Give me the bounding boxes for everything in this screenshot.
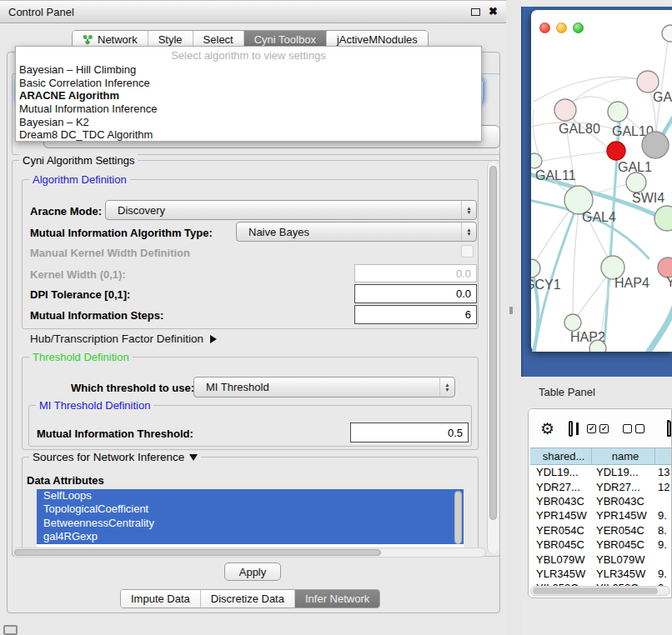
network-edge[interactable]	[533, 110, 540, 158]
table-cell: YBR043C	[592, 494, 655, 508]
sources-title: Sources for Network Inference	[33, 451, 184, 463]
network-node-node-top[interactable]	[662, 25, 672, 42]
network-node-hap2[interactable]	[564, 314, 581, 331]
mi-algorithm-type-combo[interactable]: Naive Bayes ▲▼	[236, 222, 477, 242]
algorithm-option-bayesian-k2[interactable]: Bayesian – K2	[16, 116, 481, 129]
network-node-gal1[interactable]	[626, 172, 646, 192]
network-graph-canvas[interactable]: GALGAL80GAL10GAL1GAL11SWI4GAL4GCY1HAP4YH…	[531, 10, 672, 352]
combo-stepper-icon: ▲▼	[439, 378, 454, 397]
network-node-gray-node[interactable]	[642, 132, 669, 158]
dpi-tolerance-label: DPI Tolerance [0,1]:	[30, 288, 130, 301]
network-edge[interactable]	[577, 275, 608, 317]
mi-threshold-value: 0.5	[448, 427, 463, 439]
table-row[interactable]: YBR043CYBR043C	[530, 494, 672, 508]
attributes-list-scrollbar[interactable]	[454, 491, 462, 544]
select-all-columns-icon[interactable]: ✓✓	[587, 424, 609, 433]
algorithm-option-dream8-dc-tdc-algorithm[interactable]: Dream8 DC_TDC Algorithm	[16, 128, 481, 142]
table-cell	[655, 552, 672, 566]
data-attributes-list[interactable]: SelfLoopsTopologicalCoefficientBetweenne…	[37, 489, 464, 550]
table-row[interactable]: YDR27...YDR27...12	[530, 479, 672, 493]
kernel-width-label: Kernel Width (0,1):	[30, 268, 126, 281]
table-row[interactable]: YDL19...YDL19...13	[530, 465, 672, 479]
network-node-gcy1[interactable]	[531, 259, 540, 278]
network-node-gal11[interactable]	[531, 153, 542, 168]
hub-definition-toggle[interactable]: Hub/Transcription Factor Definition	[30, 332, 217, 345]
table-cell: YPR145W	[530, 508, 592, 522]
network-node-node-bottom[interactable]	[589, 340, 606, 352]
split-pane-divider[interactable]	[506, 0, 521, 635]
data-attributes-label: Data Attributes	[27, 474, 104, 487]
node-label-hap4: HAP4	[614, 276, 649, 290]
attribute-item-topologicalcoefficient[interactable]: TopologicalCoefficient	[37, 502, 464, 516]
network-node-gal10[interactable]	[608, 102, 628, 122]
algorithm-dropdown-prompt: Select algorithm to view settings	[16, 48, 481, 63]
table-row[interactable]: YER054CYER054C8.	[530, 523, 672, 538]
manual-kernel-width-checkbox[interactable]	[461, 245, 474, 258]
export-table-icon[interactable]	[667, 420, 671, 437]
aracne-mode-combo[interactable]: Discovery ▲▼	[105, 200, 477, 220]
apply-button-label: Apply	[239, 566, 267, 578]
tab-discretize-data[interactable]: Discretize Data	[201, 590, 295, 608]
apply-button[interactable]: Apply	[224, 562, 281, 581]
node-label-gal-partial: GAL	[653, 90, 672, 104]
scrollbar-thumb[interactable]	[14, 549, 381, 556]
float-panel-icon[interactable]	[471, 8, 480, 16]
algorithm-option-bayesian-hill-climbing[interactable]: Bayesian – Hill Climbing	[16, 63, 481, 77]
divider-grip-icon[interactable]	[509, 307, 513, 314]
mi-threshold-input[interactable]: 0.5	[350, 422, 469, 442]
which-threshold-combo[interactable]: MI Threshold ▲▼	[193, 377, 455, 398]
close-panel-icon[interactable]: ✖	[489, 8, 498, 16]
control-panel-title: Control Panel	[8, 6, 74, 18]
node-label-pink-right: Y	[666, 275, 672, 289]
tab-label: Cyni Toolbox	[254, 33, 316, 46]
network-node-swi4[interactable]	[654, 206, 672, 231]
table-cell: YPR145W	[592, 508, 655, 522]
column-header-partial[interactable]	[655, 448, 672, 464]
table-horizontal-scrollbar[interactable]	[530, 586, 670, 596]
table-cell: YDR27...	[592, 479, 655, 493]
table-cell: YER054C	[530, 523, 592, 538]
tab-label: Select	[203, 33, 233, 46]
gear-icon[interactable]: ⚙	[540, 421, 554, 437]
network-edge[interactable]	[649, 298, 672, 352]
attribute-item-betweennesscentrality[interactable]: BetweennessCentrality	[37, 517, 464, 530]
scrollbar-thumb[interactable]	[489, 166, 497, 520]
attribute-item-gal4rgexp[interactable]: gal4RGexp	[37, 530, 464, 543]
settings-vertical-scrollbar[interactable]	[487, 162, 499, 553]
which-threshold-value: MI Threshold	[206, 381, 269, 393]
settings-horizontal-scrollbar[interactable]	[13, 548, 486, 558]
tab-label: jActiveMNodules	[337, 33, 418, 46]
columns-icon[interactable]	[569, 421, 573, 437]
kernel-width-input[interactable]: 0.0	[354, 264, 477, 282]
network-edge[interactable]	[573, 210, 579, 315]
dpi-tolerance-input[interactable]: 0.0	[354, 284, 477, 303]
table-cell: 9.	[655, 567, 672, 581]
deselect-all-columns-icon[interactable]	[623, 424, 644, 433]
column-header-shared[interactable]: shared...	[530, 448, 592, 464]
algorithm-option-mutual-information-inference[interactable]: Mutual Information Inference	[16, 102, 481, 116]
network-node-gal80[interactable]	[554, 99, 576, 121]
tab-impute-data[interactable]: Impute Data	[121, 590, 201, 608]
table-row[interactable]: YBL079WYBL079W	[530, 552, 672, 566]
table-cell: 12	[655, 479, 672, 493]
algorithm-option-basic-correlation-inference[interactable]: Basic Correlation Inference	[16, 77, 481, 90]
algorithm-option-aracne-algorithm[interactable]: ARACNE Algorithm	[16, 89, 481, 102]
cyni-algorithm-settings-title: Cyni Algorithm Settings	[19, 154, 138, 167]
network-edge[interactable]	[539, 152, 608, 162]
tab-infer-network[interactable]: Infer Network	[295, 590, 379, 608]
sources-title-row[interactable]: Sources for Network Inference	[29, 451, 201, 463]
table-cell: YBR043C	[530, 494, 592, 508]
scrollbar-thumb[interactable]	[533, 588, 658, 594]
table-row[interactable]: YPR145WYPR145W9.	[530, 508, 672, 522]
network-node-red-node[interactable]	[607, 142, 625, 160]
table-row[interactable]: YLR345WYLR345W9.	[530, 567, 672, 581]
table-row[interactable]: YBR045CYBR045C9.	[530, 538, 672, 552]
node-label-gal4: GAL4	[582, 210, 616, 224]
network-edge[interactable]	[534, 77, 644, 102]
dock-grip-icon[interactable]	[3, 625, 18, 635]
combo-stepper-icon: ▲▼	[461, 201, 476, 219]
mi-steps-input[interactable]: 6	[354, 305, 477, 324]
column-header-name[interactable]: name	[592, 448, 655, 464]
table-cell: YBL079W	[530, 552, 592, 566]
attribute-item-selfloops[interactable]: SelfLoops	[37, 489, 464, 502]
